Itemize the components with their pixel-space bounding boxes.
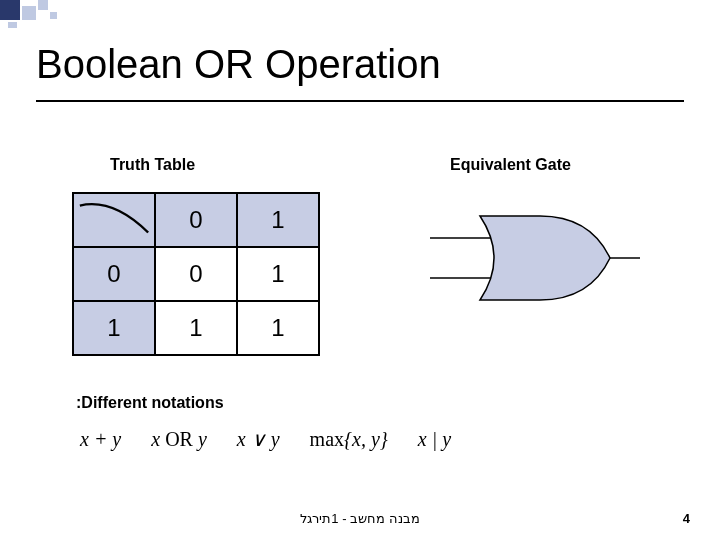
notation-or: x OR y — [151, 428, 207, 451]
corner-decoration — [0, 0, 96, 28]
col-header-1: 1 — [237, 193, 319, 247]
notations-row: x + y x OR y x ∨ y max{x, y} x | y — [80, 422, 680, 456]
cell-0-1: 1 — [237, 247, 319, 301]
row-header-1: 1 — [73, 301, 155, 355]
table-corner-cell — [73, 193, 155, 247]
truth-table: 0 1 0 0 1 1 1 1 — [72, 192, 320, 356]
notations-label: :Different notations — [76, 394, 224, 412]
cell-1-1: 1 — [237, 301, 319, 355]
equivalent-gate-label: Equivalent Gate — [450, 156, 571, 174]
footer-text: מבנה מחשב - 1תירגל — [0, 511, 720, 526]
col-header-0: 0 — [155, 193, 237, 247]
page-title: Boolean OR Operation — [36, 42, 441, 87]
page-number: 4 — [683, 511, 690, 526]
cell-0-0: 0 — [155, 247, 237, 301]
notation-plus: x + y — [80, 428, 121, 451]
notation-vee: x ∨ y — [237, 427, 280, 451]
notation-pipe: x | y — [418, 428, 451, 451]
or-gate-diagram — [430, 208, 640, 308]
notation-max: max{x, y} — [310, 428, 388, 451]
cell-1-0: 1 — [155, 301, 237, 355]
title-underline — [36, 100, 684, 102]
row-header-0: 0 — [73, 247, 155, 301]
truth-table-label: Truth Table — [110, 156, 195, 174]
